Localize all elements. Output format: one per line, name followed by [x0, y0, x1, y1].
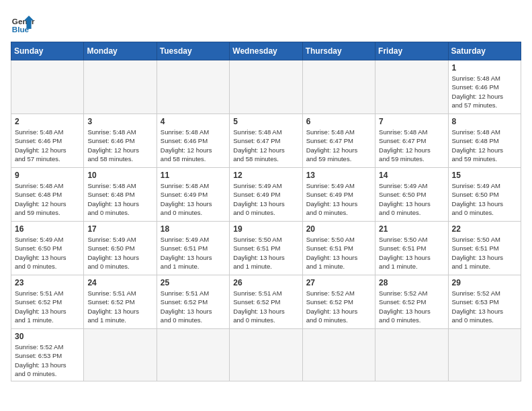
calendar-day-cell — [230, 60, 302, 114]
day-number: 4 — [161, 117, 226, 126]
calendar-day-cell: 15Sunrise: 5:49 AM Sunset: 6:50 PM Dayli… — [448, 168, 521, 222]
day-number: 17 — [87, 224, 152, 234]
day-of-week-header: Monday — [84, 42, 157, 60]
day-of-week-header: Friday — [375, 42, 448, 60]
day-info: Sunrise: 5:49 AM Sunset: 6:49 PM Dayligh… — [306, 181, 371, 217]
calendar-week-row: 30Sunrise: 5:52 AM Sunset: 6:53 PM Dayli… — [11, 329, 521, 381]
page-header: General Blue — [11, 11, 521, 35]
day-number: 26 — [233, 278, 298, 287]
day-number: 19 — [233, 224, 298, 234]
calendar-day-cell: 21Sunrise: 5:50 AM Sunset: 6:51 PM Dayli… — [375, 222, 448, 275]
day-info: Sunrise: 5:51 AM Sunset: 6:52 PM Dayligh… — [15, 289, 80, 324]
calendar-table: SundayMondayTuesdayWednesdayThursdayFrid… — [11, 42, 521, 381]
calendar-day-cell — [157, 60, 229, 114]
day-info: Sunrise: 5:52 AM Sunset: 6:52 PM Dayligh… — [306, 289, 371, 324]
day-info: Sunrise: 5:52 AM Sunset: 6:52 PM Dayligh… — [379, 289, 444, 324]
calendar-day-cell: 5Sunrise: 5:48 AM Sunset: 6:47 PM Daylig… — [230, 114, 302, 168]
day-number: 16 — [15, 224, 80, 234]
day-info: Sunrise: 5:50 AM Sunset: 6:51 PM Dayligh… — [233, 235, 298, 271]
calendar-day-cell: 12Sunrise: 5:49 AM Sunset: 6:49 PM Dayli… — [230, 168, 302, 222]
day-info: Sunrise: 5:48 AM Sunset: 6:47 PM Dayligh… — [379, 128, 444, 163]
calendar-day-cell: 1Sunrise: 5:48 AM Sunset: 6:46 PM Daylig… — [448, 60, 521, 114]
day-info: Sunrise: 5:52 AM Sunset: 6:53 PM Dayligh… — [15, 342, 80, 378]
day-info: Sunrise: 5:51 AM Sunset: 6:52 PM Dayligh… — [161, 289, 226, 324]
day-info: Sunrise: 5:49 AM Sunset: 6:50 PM Dayligh… — [87, 235, 152, 271]
day-info: Sunrise: 5:48 AM Sunset: 6:46 PM Dayligh… — [161, 128, 226, 163]
day-of-week-header: Sunday — [11, 42, 84, 60]
day-number: 1 — [452, 63, 517, 73]
day-info: Sunrise: 5:48 AM Sunset: 6:46 PM Dayligh… — [15, 128, 80, 163]
calendar-day-cell — [11, 60, 84, 114]
calendar-day-cell: 28Sunrise: 5:52 AM Sunset: 6:52 PM Dayli… — [375, 275, 448, 329]
day-number: 12 — [233, 171, 298, 180]
day-number: 25 — [161, 278, 226, 287]
day-number: 29 — [452, 278, 517, 287]
day-info: Sunrise: 5:49 AM Sunset: 6:50 PM Dayligh… — [452, 181, 517, 217]
day-info: Sunrise: 5:48 AM Sunset: 6:48 PM Dayligh… — [452, 128, 517, 163]
day-number: 11 — [161, 171, 226, 180]
calendar-week-row: 2Sunrise: 5:48 AM Sunset: 6:46 PM Daylig… — [11, 114, 521, 168]
day-number: 27 — [306, 278, 371, 287]
calendar-day-cell: 11Sunrise: 5:48 AM Sunset: 6:49 PM Dayli… — [157, 168, 229, 222]
day-info: Sunrise: 5:48 AM Sunset: 6:47 PM Dayligh… — [233, 128, 298, 163]
day-info: Sunrise: 5:48 AM Sunset: 6:46 PM Dayligh… — [452, 74, 517, 109]
day-info: Sunrise: 5:48 AM Sunset: 6:48 PM Dayligh… — [15, 181, 80, 217]
calendar-day-cell — [84, 60, 157, 114]
day-number: 18 — [161, 224, 226, 234]
calendar-day-cell: 14Sunrise: 5:49 AM Sunset: 6:50 PM Dayli… — [375, 168, 448, 222]
day-info: Sunrise: 5:50 AM Sunset: 6:51 PM Dayligh… — [306, 235, 371, 271]
day-number: 13 — [306, 171, 371, 180]
calendar-day-cell: 24Sunrise: 5:51 AM Sunset: 6:52 PM Dayli… — [84, 275, 157, 329]
day-number: 9 — [15, 171, 80, 180]
calendar-day-cell: 27Sunrise: 5:52 AM Sunset: 6:52 PM Dayli… — [302, 275, 375, 329]
day-info: Sunrise: 5:49 AM Sunset: 6:49 PM Dayligh… — [233, 181, 298, 217]
day-info: Sunrise: 5:50 AM Sunset: 6:51 PM Dayligh… — [379, 235, 444, 271]
calendar-day-cell — [302, 60, 375, 114]
day-number: 28 — [379, 278, 444, 287]
calendar-header-row: SundayMondayTuesdayWednesdayThursdayFrid… — [11, 42, 521, 60]
day-of-week-header: Wednesday — [230, 42, 302, 60]
calendar-day-cell — [375, 329, 448, 381]
calendar-week-row: 23Sunrise: 5:51 AM Sunset: 6:52 PM Dayli… — [11, 275, 521, 329]
day-info: Sunrise: 5:48 AM Sunset: 6:46 PM Dayligh… — [87, 128, 152, 163]
day-info: Sunrise: 5:49 AM Sunset: 6:50 PM Dayligh… — [379, 181, 444, 217]
calendar-day-cell: 30Sunrise: 5:52 AM Sunset: 6:53 PM Dayli… — [11, 329, 84, 381]
calendar-day-cell: 23Sunrise: 5:51 AM Sunset: 6:52 PM Dayli… — [11, 275, 84, 329]
calendar-day-cell: 4Sunrise: 5:48 AM Sunset: 6:46 PM Daylig… — [157, 114, 229, 168]
calendar-day-cell: 6Sunrise: 5:48 AM Sunset: 6:47 PM Daylig… — [302, 114, 375, 168]
calendar-day-cell: 9Sunrise: 5:48 AM Sunset: 6:48 PM Daylig… — [11, 168, 84, 222]
calendar-day-cell: 19Sunrise: 5:50 AM Sunset: 6:51 PM Dayli… — [230, 222, 302, 275]
calendar-day-cell: 17Sunrise: 5:49 AM Sunset: 6:50 PM Dayli… — [84, 222, 157, 275]
calendar-day-cell — [84, 329, 157, 381]
day-number: 21 — [379, 224, 444, 234]
calendar-day-cell: 13Sunrise: 5:49 AM Sunset: 6:49 PM Dayli… — [302, 168, 375, 222]
calendar-week-row: 1Sunrise: 5:48 AM Sunset: 6:46 PM Daylig… — [11, 60, 521, 114]
day-number: 2 — [15, 117, 80, 126]
day-number: 10 — [87, 171, 152, 180]
day-info: Sunrise: 5:49 AM Sunset: 6:50 PM Dayligh… — [15, 235, 80, 271]
day-of-week-header: Tuesday — [157, 42, 229, 60]
day-number: 6 — [306, 117, 371, 126]
calendar-day-cell — [230, 329, 302, 381]
day-info: Sunrise: 5:48 AM Sunset: 6:48 PM Dayligh… — [87, 181, 152, 217]
day-number: 24 — [87, 278, 152, 287]
day-info: Sunrise: 5:51 AM Sunset: 6:52 PM Dayligh… — [233, 289, 298, 324]
calendar-day-cell — [448, 329, 521, 381]
day-number: 14 — [379, 171, 444, 180]
logo-icon: General Blue — [11, 11, 35, 35]
day-info: Sunrise: 5:48 AM Sunset: 6:49 PM Dayligh… — [161, 181, 226, 217]
calendar-day-cell: 25Sunrise: 5:51 AM Sunset: 6:52 PM Dayli… — [157, 275, 229, 329]
day-number: 7 — [379, 117, 444, 126]
day-number: 20 — [306, 224, 371, 234]
day-number: 5 — [233, 117, 298, 126]
calendar-day-cell: 3Sunrise: 5:48 AM Sunset: 6:46 PM Daylig… — [84, 114, 157, 168]
calendar-day-cell: 26Sunrise: 5:51 AM Sunset: 6:52 PM Dayli… — [230, 275, 302, 329]
day-info: Sunrise: 5:49 AM Sunset: 6:51 PM Dayligh… — [161, 235, 226, 271]
calendar-day-cell — [302, 329, 375, 381]
calendar-week-row: 16Sunrise: 5:49 AM Sunset: 6:50 PM Dayli… — [11, 222, 521, 275]
day-of-week-header: Saturday — [448, 42, 521, 60]
logo: General Blue — [11, 11, 35, 35]
calendar-day-cell: 20Sunrise: 5:50 AM Sunset: 6:51 PM Dayli… — [302, 222, 375, 275]
day-number: 3 — [87, 117, 152, 126]
calendar-day-cell: 22Sunrise: 5:50 AM Sunset: 6:51 PM Dayli… — [448, 222, 521, 275]
